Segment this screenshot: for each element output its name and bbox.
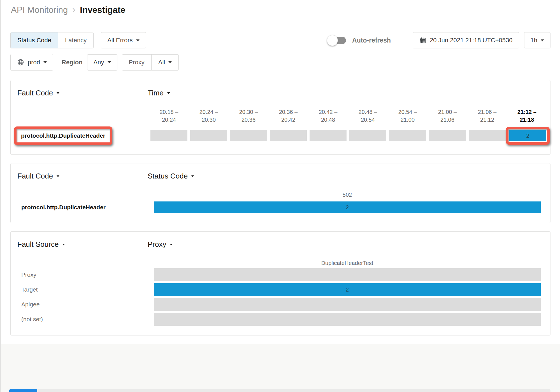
heatmap-cell[interactable]	[230, 130, 267, 141]
time-bucket-label: 20:54 –21:00	[389, 108, 426, 124]
col-dimension-selector[interactable]: Time	[148, 89, 170, 97]
status-bar-row: protocol.http.DuplicateHeader 2	[17, 201, 546, 213]
fault-code-row-label: protocol.http.DuplicateHeader	[21, 204, 106, 210]
region-label: Region	[62, 59, 83, 66]
source-bar[interactable]	[154, 313, 541, 326]
source-row-label: Apigee	[21, 301, 39, 308]
proxy-dropdown[interactable]: All	[151, 55, 178, 70]
heatmap-cell[interactable]	[469, 130, 506, 141]
time-bucket-label: 20:48 –20:54	[349, 108, 386, 124]
range-dropdown[interactable]: 1h	[524, 32, 550, 48]
environment-dropdown[interactable]: prod	[10, 54, 53, 71]
metric-tab-group: Status Code Latency	[10, 32, 94, 48]
fault-code-row-label: protocol.http.DuplicateHeader	[21, 132, 105, 139]
chevron-down-icon	[170, 244, 173, 247]
col-dimension-label: Status Code	[148, 172, 188, 180]
source-bar[interactable]	[154, 268, 541, 281]
heatmap-cell[interactable]	[190, 130, 227, 141]
status-col-label: 502	[154, 192, 541, 198]
errors-dropdown[interactable]: All Errors	[101, 32, 146, 48]
chevron-right-icon: ›	[72, 4, 75, 15]
datetime-picker[interactable]: 20 Jun 2021 21:18 UTC+0530	[413, 32, 519, 48]
filter-toolbar: Status Code Latency All Errors Auto-refr…	[1, 21, 560, 71]
cutoff-blue-element	[9, 389, 37, 392]
environment-value: prod	[28, 59, 40, 66]
heatmap-cell[interactable]	[270, 130, 307, 141]
col-dimension-selector[interactable]: Status Code	[148, 172, 194, 180]
heatmap-cell[interactable]	[389, 130, 426, 141]
row-dimension-label: Fault Code	[17, 172, 53, 180]
time-bucket-header: 20:18 –20:24 20:24 –20:30 20:30 –20:36 2…	[150, 108, 546, 124]
row-dimension-selector[interactable]: Fault Source	[17, 240, 148, 249]
page-title: Investigate	[80, 5, 125, 15]
breadcrumb: API Monitoring › Investigate	[11, 5, 550, 15]
errors-dropdown-label: All Errors	[107, 37, 133, 44]
chevron-down-icon	[541, 39, 544, 43]
cutoff-panel-edge	[9, 389, 550, 392]
source-row-label: (not set)	[21, 316, 43, 322]
heatmap-cell[interactable]	[349, 130, 386, 141]
cell-value: 2	[526, 133, 529, 139]
status-bar[interactable]: 2	[154, 201, 541, 213]
auto-refresh-toggle[interactable]	[328, 37, 346, 44]
panel-fault-code-by-status: Fault Code Status Code 502 protocol.http…	[10, 163, 550, 223]
toggle-knob	[327, 35, 338, 46]
chevron-down-icon	[62, 244, 65, 247]
row-dimension-selector[interactable]: Fault Code	[17, 89, 148, 97]
proxy-value: All	[158, 59, 165, 66]
time-bucket-label: 21:00 –21:06	[429, 108, 466, 124]
datetime-value: 20 Jun 2021 21:18 UTC+0530	[430, 37, 512, 44]
region-value: Any	[94, 59, 104, 66]
source-row: (not set)	[17, 313, 546, 326]
bar-value: 2	[346, 287, 349, 293]
row-dimension-label: Fault Source	[17, 240, 59, 249]
bar-value: 2	[346, 204, 349, 211]
chevron-down-icon	[43, 61, 47, 65]
footer-background	[1, 344, 560, 392]
time-bucket-label: 20:18 –20:24	[150, 108, 187, 124]
app-header: API Monitoring › Investigate	[1, 0, 560, 21]
proxy-col-label: DuplicateHeaderTest	[154, 260, 541, 266]
row-dimension-selector[interactable]: Fault Code	[17, 172, 148, 180]
col-dimension-label: Proxy	[148, 240, 166, 249]
time-bucket-label: 20:36 –20:42	[270, 108, 307, 124]
chevron-down-icon	[136, 39, 140, 43]
heatmap-cell-active[interactable]: 2	[509, 130, 546, 141]
time-bucket-label: 20:30 –20:36	[230, 108, 267, 124]
proxy-filter-label: Proxy	[122, 55, 151, 70]
source-row: Apigee	[17, 298, 546, 311]
heatmap-cell[interactable]	[310, 130, 347, 141]
region-dropdown[interactable]: Any	[87, 54, 117, 71]
source-row-label: Target	[21, 286, 38, 293]
panel-fault-source-by-proxy: Fault Source Proxy DuplicateHeaderTest P…	[10, 231, 550, 335]
proxy-filter-group: Proxy All	[122, 54, 179, 71]
tab-latency[interactable]: Latency	[58, 32, 93, 48]
source-row: Proxy	[17, 268, 546, 281]
tab-status-code[interactable]: Status Code	[11, 32, 58, 48]
heatmap-row: protocol.http.DuplicateHeader 2	[17, 126, 546, 145]
chevron-down-icon	[168, 61, 172, 65]
row-dimension-label: Fault Code	[17, 89, 53, 97]
panel-fault-code-by-time: Fault Code Time 20:18 –20:24 20:24 –20:3…	[10, 80, 550, 155]
annotation-box-active-cell: 2	[506, 127, 550, 145]
col-dimension-selector[interactable]: Proxy	[148, 240, 173, 249]
time-bucket-label-selected: 21:12 –21:18	[508, 108, 545, 124]
breadcrumb-section[interactable]: API Monitoring	[11, 5, 68, 15]
source-row-label: Proxy	[21, 271, 36, 278]
chevron-down-icon	[57, 92, 59, 95]
time-bucket-label: 20:42 –20:48	[310, 108, 347, 124]
annotation-box-fault-code: protocol.http.DuplicateHeader	[14, 126, 112, 145]
chevron-down-icon	[57, 175, 59, 179]
chevron-down-icon	[108, 61, 111, 65]
range-value: 1h	[531, 37, 537, 44]
heatmap-cell[interactable]	[150, 130, 187, 141]
time-bucket-label: 21:06 –21:12	[469, 108, 506, 124]
chevron-down-icon	[167, 92, 170, 95]
source-row: Target 2	[17, 283, 546, 296]
globe-icon	[17, 58, 24, 66]
heatmap-cell[interactable]	[429, 130, 466, 141]
chevron-down-icon	[191, 175, 194, 179]
source-bar[interactable]	[154, 298, 541, 311]
source-bar-active[interactable]: 2	[154, 283, 541, 296]
col-dimension-label: Time	[148, 89, 164, 97]
